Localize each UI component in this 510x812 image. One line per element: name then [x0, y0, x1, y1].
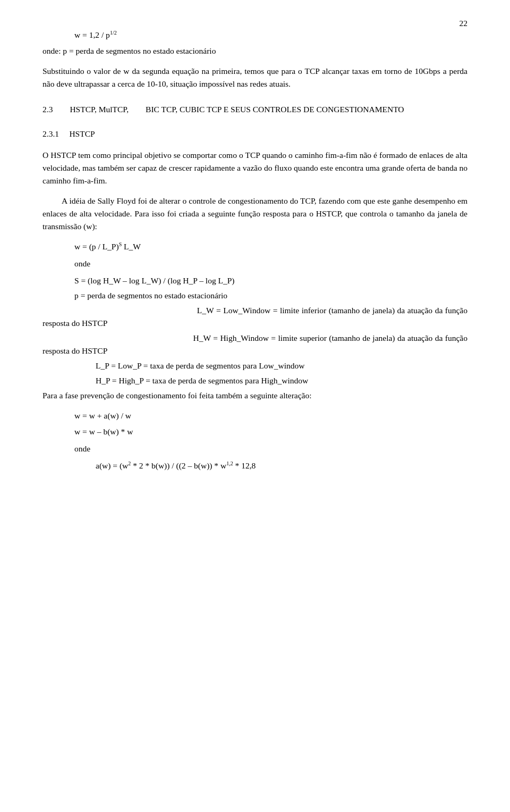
section-23-heading: 2.3 HSTCP, MulTCP, BIC TCP, CUBIC TCP E …	[42, 103, 468, 116]
hstcp-formula1: w = (p / L_P)S L_W	[74, 240, 468, 253]
hstcp-onde2-label: onde	[74, 442, 468, 455]
formula-w-superscript: 1/2	[110, 30, 117, 36]
formula-w-text: w = 1,2 / p1/2	[74, 30, 117, 39]
substituindo-paragraph: Substituindo o valor de w da segunda equ…	[42, 65, 468, 90]
hstcp-p2-indent	[42, 196, 60, 205]
hstcp-aw-sup2: 1,2	[226, 461, 233, 466]
section-23-number: 2.3	[42, 103, 53, 116]
formula-w: w = 1,2 / p1/2	[74, 29, 468, 41]
hstcp-p2-text: A idéia de Sally Floyd foi de alterar o …	[42, 196, 468, 231]
hstcp-LW-def: L_W = Low_Window = limite inferior (tama…	[42, 304, 468, 330]
hstcp-S-def: S = (log H_W – log L_W) / (log H_P – log…	[74, 274, 468, 287]
section-231-title: HSTCP	[69, 129, 95, 138]
hstcp-aw-text: a(w) = (w2 * 2 * b(w)) / ((2 – b(w)) * w…	[96, 461, 256, 470]
onde-p-text: onde: p = perda de segmentos no estado e…	[42, 46, 216, 55]
hstcp-aw-sup1: 2	[128, 461, 131, 466]
hstcp-para-fase: Para a fase prevenção de congestionament…	[42, 389, 468, 402]
hstcp-formula1-sup: S	[119, 241, 122, 247]
page-number: 22	[460, 17, 468, 30]
section-231-number: 2.3.1	[42, 129, 59, 138]
page: 22 w = 1,2 / p1/2 onde: p = perda de seg…	[0, 0, 510, 812]
hstcp-LP-def: L_P = Low_P = taxa de perda de segmentos…	[96, 359, 468, 372]
hstcp-LW-indent	[42, 306, 197, 315]
section-23-row: 2.3 HSTCP, MulTCP, BIC TCP, CUBIC TCP E …	[42, 103, 468, 116]
hstcp-p-def: p = perda de segmentos no estado estacio…	[74, 289, 468, 302]
hstcp-onde-label: onde	[74, 257, 468, 270]
section-23-left-title: HSTCP, MulTCP,	[70, 103, 129, 116]
hstcp-paragraph-1: O HSTCP tem como principal objetivo se c…	[42, 149, 468, 187]
hstcp-HW-def: H_W = High_Window = limite superior (tam…	[42, 332, 468, 357]
hstcp-aw-def: a(w) = (w2 * 2 * b(w)) / ((2 – b(w)) * w…	[96, 459, 468, 472]
hstcp-HW-indent	[42, 333, 193, 342]
onde-p-line: onde: p = perda de segmentos no estado e…	[42, 45, 468, 57]
hstcp-paragraph-2: A idéia de Sally Floyd foi de alterar o …	[42, 195, 468, 233]
hstcp-HP-def: H_P = High_P = taxa de perda de segmento…	[96, 374, 468, 387]
hstcp-w1: w = w + a(w) / w	[74, 409, 468, 422]
section-231-heading: 2.3.1 HSTCP	[42, 128, 468, 140]
hstcp-w2: w = w – b(w) * w	[74, 425, 468, 438]
hstcp-formula1-main: w = (p / L_P)S L_W	[74, 242, 141, 251]
section-23-right-title: BIC TCP, CUBIC TCP E SEUS CONTROLES DE C…	[146, 103, 468, 116]
hstcp-p1-text: O HSTCP tem como principal objetivo se c…	[42, 150, 468, 185]
